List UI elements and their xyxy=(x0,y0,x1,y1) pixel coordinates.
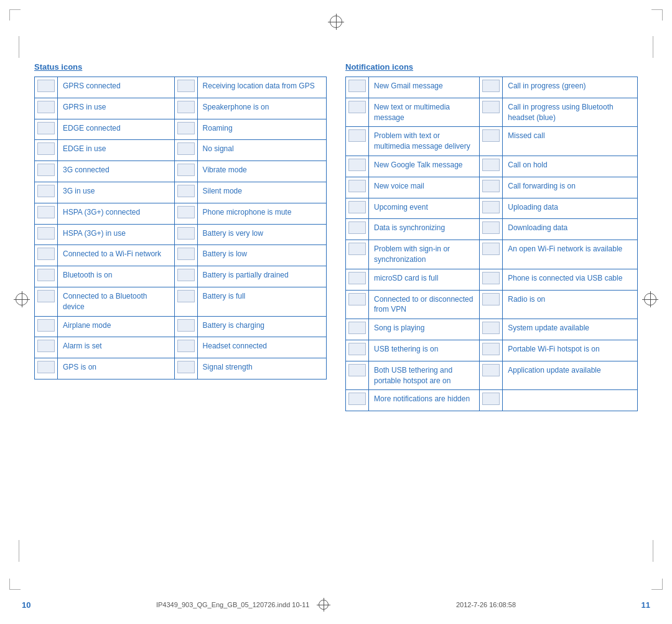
notif-icon-right-11 xyxy=(482,343,500,355)
notif-icon-right-9 xyxy=(482,293,500,305)
status-row-3: EDGE in use No signal xyxy=(35,140,327,161)
notif-label-right-7: An open Wi-Fi network is available xyxy=(503,240,638,269)
notif-label-left-6: Data is synchronizing xyxy=(369,219,480,240)
notif-label-right-9: Radio is on xyxy=(503,290,638,319)
notif-icon-left-10 xyxy=(348,322,366,334)
notification-icons-section: Notification icons New Gmail message Cal… xyxy=(345,62,638,411)
status-icon-cell-left-8 xyxy=(35,245,58,266)
notif-icon-left-3 xyxy=(348,159,366,171)
notification-icons-title: Notification icons xyxy=(345,62,638,72)
notif-icon-cell-left-10 xyxy=(346,319,369,340)
footer: 10 IP4349_903_QG_Eng_GB_05_120726.indd 1… xyxy=(0,598,672,612)
status-icon-left-11 xyxy=(37,319,55,332)
notif-label-right-6: Downloading data xyxy=(503,219,638,240)
status-icon-cell-right-13 xyxy=(174,358,197,380)
notif-icon-left-12 xyxy=(348,364,366,376)
status-icon-right-10 xyxy=(177,290,195,302)
status-label-right-1: Speakerphone is on xyxy=(197,98,326,119)
status-row-13: GPS is on Signal strength xyxy=(35,358,327,380)
status-icon-cell-right-6 xyxy=(174,203,197,224)
status-label-right-3: No signal xyxy=(197,140,326,161)
crosshair-right xyxy=(642,291,658,307)
status-label-left-7: HSPA (3G+) in use xyxy=(58,224,175,245)
status-label-left-0: GPRS connected xyxy=(58,77,175,98)
notif-icon-right-6 xyxy=(482,221,500,234)
notif-icon-cell-right-9 xyxy=(480,290,503,319)
status-icon-cell-right-1 xyxy=(174,98,197,119)
status-label-right-11: Battery is charging xyxy=(197,316,326,337)
page-number-left: 10 xyxy=(22,600,30,610)
notif-row-7: Problem with sign-in or synchronization … xyxy=(346,240,638,269)
status-row-8: Connected to a Wi-Fi network Battery is … xyxy=(35,245,327,266)
status-row-11: Airplane mode Battery is charging xyxy=(35,316,327,337)
side-line-left-bottom xyxy=(19,540,19,562)
status-icon-cell-left-2 xyxy=(35,119,58,140)
status-icon-cell-left-9 xyxy=(35,266,58,287)
status-icon-cell-left-6 xyxy=(35,203,58,224)
notif-row-8: microSD card is full Phone is connected … xyxy=(346,269,638,290)
crosshair-left xyxy=(14,291,30,307)
notif-icon-cell-right-6 xyxy=(480,219,503,240)
notif-icon-right-5 xyxy=(482,201,500,213)
status-icon-left-3 xyxy=(37,142,55,155)
status-icon-right-6 xyxy=(177,206,195,218)
status-label-right-9: Battery is partially drained xyxy=(197,266,326,287)
notif-icon-cell-left-8 xyxy=(346,269,369,290)
notif-icon-right-13 xyxy=(482,393,500,405)
status-label-right-5: Silent mode xyxy=(197,182,326,203)
notif-label-right-1: Call in progress using Bluetooth headset… xyxy=(503,98,638,127)
notif-icon-left-13 xyxy=(348,393,366,405)
notif-icon-cell-right-3 xyxy=(480,156,503,177)
status-label-left-1: GPRS in use xyxy=(58,98,175,119)
notif-icon-right-10 xyxy=(482,322,500,334)
status-icon-cell-left-3 xyxy=(35,140,58,161)
status-icon-cell-left-5 xyxy=(35,182,58,203)
notif-icon-left-0 xyxy=(348,80,366,92)
notif-row-5: Upcoming event Uploading data xyxy=(346,198,638,219)
status-icon-cell-right-8 xyxy=(174,245,197,266)
notif-label-right-8: Phone is connected via USB cable xyxy=(503,269,638,290)
status-icon-right-12 xyxy=(177,340,195,352)
status-row-4: 3G connected Vibrate mode xyxy=(35,161,327,182)
status-label-left-10: Connected to a Bluetooth device xyxy=(58,287,175,316)
status-icon-cell-left-11 xyxy=(35,316,58,337)
status-icon-cell-left-13 xyxy=(35,358,58,380)
notif-icon-cell-left-0 xyxy=(346,77,369,98)
status-icon-right-1 xyxy=(177,101,195,113)
notif-icon-left-8 xyxy=(348,272,366,284)
status-label-left-11: Airplane mode xyxy=(58,316,175,337)
corner-mark-tr xyxy=(651,9,663,21)
status-icon-cell-right-10 xyxy=(174,287,197,316)
status-icon-cell-right-3 xyxy=(174,140,197,161)
footer-crosshair xyxy=(317,598,330,612)
notif-icon-cell-right-7 xyxy=(480,240,503,269)
notif-icon-right-0 xyxy=(482,80,500,92)
notif-icon-cell-right-12 xyxy=(480,361,503,390)
notif-label-left-9: Connected to or disconnected from VPN xyxy=(369,290,480,319)
notif-row-4: New voice mail Call forwarding is on xyxy=(346,177,638,198)
corner-mark-bl xyxy=(9,579,21,590)
status-label-right-0: Receiving location data from GPS xyxy=(197,77,326,98)
main-content: Status icons GPRS connected Receiving lo… xyxy=(12,19,660,424)
notif-icon-cell-right-13 xyxy=(480,390,503,411)
notif-label-left-3: New Google Talk message xyxy=(369,156,480,177)
status-row-6: HSPA (3G+) connected Phone microphone is… xyxy=(35,203,327,224)
notif-icon-cell-right-11 xyxy=(480,340,503,361)
status-row-7: HSPA (3G+) in use Battery is very low xyxy=(35,224,327,245)
notif-icon-cell-left-7 xyxy=(346,240,369,269)
notif-icon-left-7 xyxy=(348,243,366,255)
notif-icon-cell-right-10 xyxy=(480,319,503,340)
notif-label-left-2: Problem with text or multimedia message … xyxy=(369,127,480,156)
notif-label-right-10: System update available xyxy=(503,319,638,340)
notif-label-right-13 xyxy=(503,390,638,411)
status-icon-right-5 xyxy=(177,185,195,197)
status-icon-right-11 xyxy=(177,319,195,332)
status-label-left-2: EDGE connected xyxy=(58,119,175,140)
status-icon-cell-right-5 xyxy=(174,182,197,203)
footer-center: IP4349_903_QG_Eng_GB_05_120726.indd 10-1… xyxy=(156,598,331,612)
notif-icon-cell-left-4 xyxy=(346,177,369,198)
notif-icon-cell-left-12 xyxy=(346,361,369,390)
status-icon-left-8 xyxy=(37,248,55,260)
notif-icon-cell-left-1 xyxy=(346,98,369,127)
notif-icon-right-3 xyxy=(482,159,500,171)
